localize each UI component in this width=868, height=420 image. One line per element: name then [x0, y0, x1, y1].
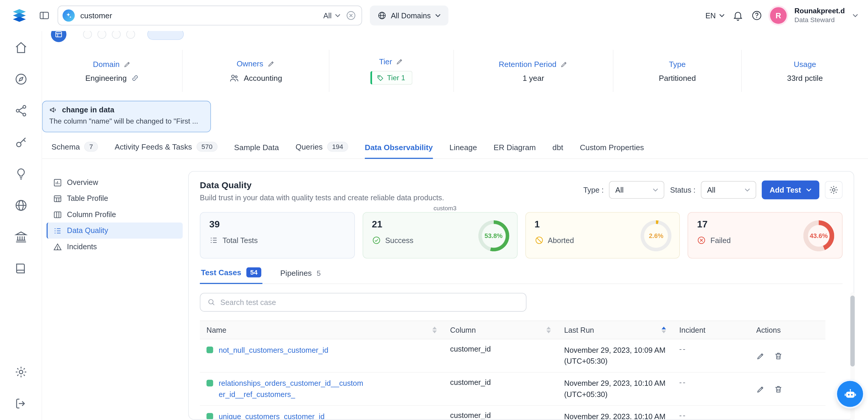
- test-case-link[interactable]: unique_customers_customer_id: [219, 412, 324, 420]
- tab-activity-feeds[interactable]: Activity Feeds & Tasks570: [115, 142, 218, 159]
- submenu-item-data-quality[interactable]: Data Quality: [46, 223, 183, 239]
- table-profile-icon: [53, 194, 62, 203]
- announcement-title: change in data: [62, 106, 114, 114]
- scrollbar-thumb[interactable]: [850, 296, 855, 366]
- app-logo-icon[interactable]: [11, 7, 28, 24]
- app-window: All All Domains EN R Rounakpreet.d Dat: [0, 0, 868, 420]
- entity-meta-row: Domain Engineering Owners Accounting: [42, 50, 868, 92]
- table-row: not_null_customers_customer_id customer_…: [200, 339, 826, 373]
- tab-queries[interactable]: Queries194: [296, 142, 348, 159]
- subtab-test-cases[interactable]: Test Cases 54: [200, 268, 263, 284]
- overview-icon: [53, 178, 62, 187]
- search-input[interactable]: [80, 11, 318, 20]
- user-avatar[interactable]: R: [770, 7, 786, 24]
- explore-icon[interactable]: [14, 72, 27, 86]
- sidebar-toggle-icon[interactable]: [39, 10, 50, 21]
- insights-icon[interactable]: [14, 167, 27, 181]
- subtab-pipelines[interactable]: Pipelines 5: [279, 268, 322, 284]
- test-case-search-input[interactable]: [220, 298, 519, 306]
- test-case-link[interactable]: relationships_orders_customer_id__custom…: [219, 378, 364, 400]
- robot-icon: [843, 387, 857, 401]
- tab-schema[interactable]: Schema7: [52, 142, 98, 159]
- help-icon[interactable]: [751, 10, 763, 21]
- lineage-icon[interactable]: [14, 104, 27, 117]
- edit-test-icon[interactable]: [756, 385, 765, 393]
- settings-icon[interactable]: [14, 365, 27, 379]
- tab-sample-data[interactable]: Sample Data: [234, 143, 279, 159]
- logout-icon[interactable]: [14, 397, 27, 410]
- status-filter-select[interactable]: All: [701, 181, 756, 199]
- tab-er-diagram[interactable]: ER Diagram: [494, 143, 536, 159]
- user-name: Rounakpreet.d: [794, 7, 845, 16]
- type-filter-label: Type :: [583, 186, 604, 194]
- user-menu-chevron-icon[interactable]: [852, 14, 858, 17]
- last-run-value: November 29, 2023, 10:10 AM (UTC+05:30): [564, 378, 666, 400]
- owners-value[interactable]: Accounting: [244, 73, 282, 82]
- test-case-link[interactable]: not_null_customers_customer_id: [219, 345, 328, 356]
- submenu-item-overview[interactable]: Overview: [46, 174, 183, 190]
- search-icon: [207, 298, 216, 307]
- home-icon[interactable]: [14, 41, 27, 54]
- edit-icon[interactable]: [396, 58, 404, 65]
- domains-icon[interactable]: [14, 199, 27, 212]
- announcement-card[interactable]: change in data The column "name" will be…: [42, 101, 211, 132]
- type-filter-select[interactable]: All: [609, 181, 665, 199]
- tab-dbt[interactable]: dbt: [552, 143, 563, 159]
- delete-test-icon[interactable]: [774, 385, 783, 393]
- govern-icon[interactable]: [14, 230, 27, 244]
- edit-icon[interactable]: [560, 60, 568, 68]
- edit-test-icon[interactable]: [756, 418, 765, 420]
- avatar-initial: R: [776, 11, 781, 20]
- megaphone-icon: [49, 106, 58, 114]
- notifications-icon[interactable]: [732, 10, 744, 21]
- submenu-item-column-profile[interactable]: Column Profile: [46, 206, 183, 222]
- sort-name-icon[interactable]: [432, 327, 437, 333]
- chat-assistant-button[interactable]: [837, 381, 863, 407]
- clear-search-icon[interactable]: [346, 11, 356, 21]
- language-dropdown[interactable]: EN: [706, 11, 725, 20]
- left-rail: [0, 31, 42, 420]
- search-scope-dropdown[interactable]: All: [323, 11, 340, 20]
- edit-icon[interactable]: [267, 60, 275, 67]
- column-value: customer_id: [443, 406, 557, 419]
- test-case-search[interactable]: [200, 293, 526, 312]
- domain-value[interactable]: Engineering: [85, 73, 127, 82]
- entity-action-icon[interactable]: [83, 30, 92, 39]
- entity-action-icon[interactable]: [126, 30, 135, 39]
- meta-type: Type Partitioned: [614, 50, 742, 92]
- user-info[interactable]: Rounakpreet.d Data Steward: [794, 7, 845, 24]
- add-test-button[interactable]: Add Test: [762, 181, 819, 200]
- topbar: All All Domains EN R Rounakpreet.d Dat: [0, 0, 868, 31]
- submenu-item-incidents[interactable]: Incidents: [46, 239, 183, 254]
- incident-value: --: [679, 378, 686, 386]
- table-row: relationships_orders_customer_id__custom…: [200, 372, 826, 406]
- usage-value: 33rd pctile: [787, 73, 823, 82]
- status-filter-value: All: [707, 186, 715, 194]
- sort-column-icon[interactable]: [547, 327, 551, 333]
- entity-action-icon[interactable]: [97, 30, 106, 39]
- delete-test-icon[interactable]: [774, 418, 783, 420]
- slash-circle-icon: [534, 236, 543, 245]
- global-search[interactable]: All: [58, 6, 362, 26]
- globe-icon: [377, 11, 386, 20]
- incidents-icon: [53, 242, 62, 251]
- tab-data-observability[interactable]: Data Observability: [365, 143, 433, 159]
- domains-dropdown[interactable]: All Domains: [370, 6, 448, 26]
- settings-gear-icon[interactable]: [825, 181, 843, 199]
- submenu-item-table-profile[interactable]: Table Profile: [46, 190, 183, 206]
- sort-lastrun-icon[interactable]: [661, 327, 666, 333]
- delete-test-icon[interactable]: [774, 351, 783, 360]
- tab-lineage[interactable]: Lineage: [450, 143, 477, 159]
- panel-heading: Data Quality Build trust in your data wi…: [200, 181, 444, 202]
- link-icon[interactable]: [131, 74, 139, 82]
- access-icon[interactable]: [14, 136, 27, 149]
- tab-custom-properties[interactable]: Custom Properties: [580, 143, 644, 159]
- panel-title: Data Quality: [200, 181, 444, 190]
- glossary-icon[interactable]: [14, 262, 27, 275]
- entity-action-icon[interactable]: [112, 30, 121, 39]
- observability-workarea: Overview Table Profile Column Profile Da…: [42, 171, 868, 407]
- tier-badge[interactable]: Tier 1: [370, 71, 412, 85]
- edit-test-icon[interactable]: [756, 351, 765, 360]
- status-filter-label: Status :: [670, 186, 695, 194]
- edit-icon[interactable]: [124, 60, 131, 68]
